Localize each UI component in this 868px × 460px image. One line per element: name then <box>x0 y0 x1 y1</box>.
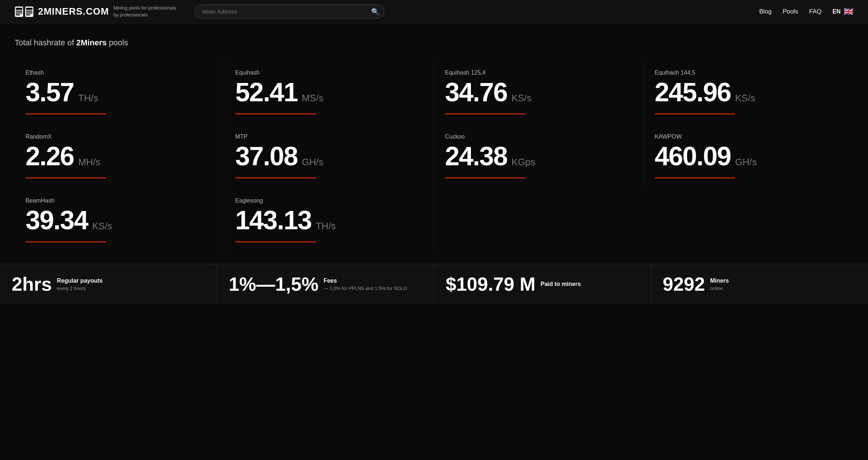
footer-desc: Paid to miners <box>541 281 581 287</box>
algo-name: Equihash 144,5 <box>655 69 842 76</box>
hashrate-unit: MS/s <box>302 93 323 104</box>
footer-big-value: $109.79 M <box>446 275 536 294</box>
page-title: Total hashrate of 2Miners pools <box>15 38 853 48</box>
red-divider <box>655 113 735 114</box>
hashrate-value-row: 52.41 MS/s <box>235 79 423 105</box>
hashrate-number: 2.26 <box>26 143 74 169</box>
hashrate-number: 460.09 <box>655 143 731 169</box>
algo-name: Cuckoo <box>445 133 632 140</box>
hashrate-unit: MH/s <box>78 157 100 168</box>
hashrate-number: 3.57 <box>26 79 74 105</box>
algo-name: KAWPOW <box>655 133 842 140</box>
footer-desc-main: Miners <box>710 278 729 284</box>
svg-rect-4 <box>16 14 20 15</box>
footer-desc: Fees — 1,0% for PPLNS and 1,5% for SOLO <box>324 278 407 291</box>
hashrate-unit: KS/s <box>511 93 532 104</box>
footer-big-value: 1%—1,5% <box>229 275 319 294</box>
lang-selector[interactable]: EN 🇬🇧 <box>833 7 853 16</box>
algo-name: Equihash 125,4 <box>445 69 632 76</box>
footer-desc: Regular payouts every 2 hours <box>57 278 103 291</box>
footer-big-value: 2hrs <box>12 275 52 294</box>
footer-desc-sub: every 2 hours <box>57 286 103 291</box>
hashrate-number: 37.08 <box>235 143 297 169</box>
hashrate-cell: Cuckoo 24.38 KGps <box>434 125 644 189</box>
footer-big-value: 9292 <box>663 275 705 294</box>
footer-desc-main: Regular payouts <box>57 278 103 284</box>
red-divider <box>235 113 316 114</box>
site-header: 2MINERS.COM Mining pools for professiona… <box>0 0 868 23</box>
main-content: Total hashrate of 2Miners pools Ethash 3… <box>0 23 868 253</box>
hashrate-cell: BeamHash 39.34 KS/s <box>15 189 224 253</box>
hashrate-unit: KS/s <box>92 220 112 232</box>
svg-rect-3 <box>16 12 22 14</box>
red-divider <box>235 241 316 242</box>
red-divider <box>655 177 735 178</box>
algo-name: RandomX <box>26 133 213 140</box>
logo-area: 2MINERS.COM Mining pools for professiona… <box>15 5 176 18</box>
red-divider <box>445 177 525 178</box>
hashrate-cell-empty <box>434 189 644 253</box>
search-input[interactable] <box>194 4 384 19</box>
hashrate-unit: KGps <box>511 157 535 168</box>
hashrate-value-row: 143.13 TH/s <box>235 207 423 233</box>
footer-cell: 2hrs Regular payouts every 2 hours <box>0 264 217 304</box>
footer-desc-sub: online <box>710 286 729 291</box>
hashrate-number: 143.13 <box>235 207 311 233</box>
logo-text: 2MINERS.COM <box>38 6 109 17</box>
hashrate-cell: KAWPOW 460.09 GH/s <box>644 125 853 189</box>
svg-rect-2 <box>16 11 22 12</box>
nav-faq[interactable]: FAQ <box>809 8 822 15</box>
hashrate-cell: Equihash 144,5 245.96 KS/s <box>644 61 853 125</box>
tagline: Mining pools for professionals by profes… <box>113 5 176 18</box>
hashrate-cell: MTP 37.08 GH/s <box>224 125 434 189</box>
hashrate-cell: Equihash 52.41 MS/s <box>224 61 434 125</box>
footer-desc-sub: — 1,0% for PPLNS and 1,5% for SOLO <box>324 286 407 291</box>
hashrate-value-row: 2.26 MH/s <box>26 143 213 169</box>
logo-icon <box>15 5 34 18</box>
hashrate-value-row: 39.34 KS/s <box>26 207 213 233</box>
hashrate-unit: TH/s <box>78 93 98 104</box>
main-nav: Blog Pools FAQ EN 🇬🇧 <box>759 7 853 16</box>
flag-icon: 🇬🇧 <box>844 7 853 16</box>
footer-cell: 1%—1,5% Fees — 1,0% for PPLNS and 1,5% f… <box>217 264 434 304</box>
lang-label: EN <box>833 8 841 15</box>
svg-rect-1 <box>16 8 22 10</box>
hashrate-value-row: 245.96 KS/s <box>655 79 842 105</box>
hashrate-cell: Ethash 3.57 TH/s <box>15 61 224 125</box>
hashrate-cell: RandomX 2.26 MH/s <box>15 125 224 189</box>
red-divider <box>26 241 106 242</box>
hashrate-value-row: 34.76 KS/s <box>445 79 632 105</box>
hashrate-unit: GH/s <box>735 157 757 168</box>
hashrate-number: 245.96 <box>655 79 731 105</box>
red-divider <box>26 113 106 114</box>
hashrate-cell: Eaglesong 143.13 TH/s <box>224 189 434 253</box>
algo-name: MTP <box>235 133 423 140</box>
hashrate-number: 24.38 <box>445 143 507 169</box>
hashrate-number: 52.41 <box>235 79 297 105</box>
algo-name: Ethash <box>26 69 213 76</box>
hashrate-cell: Equihash 125,4 34.76 KS/s <box>434 61 644 125</box>
search-bar[interactable]: 🔍 <box>194 4 384 19</box>
hashrate-unit: TH/s <box>316 220 336 232</box>
red-divider <box>235 177 316 178</box>
hashrate-cell-empty <box>644 189 853 253</box>
footer-cell: $109.79 M Paid to miners <box>434 264 651 304</box>
footer-desc-main: Fees <box>324 278 407 284</box>
algo-name: BeamHash <box>26 197 213 204</box>
footer-desc-main: Paid to miners <box>541 281 581 287</box>
search-button[interactable]: 🔍 <box>371 8 379 16</box>
hashrate-number: 34.76 <box>445 79 507 105</box>
footer-bar: 2hrs Regular payouts every 2 hours 1%—1,… <box>0 264 868 304</box>
svg-rect-8 <box>26 12 33 14</box>
hashrate-value-row: 460.09 GH/s <box>655 143 842 169</box>
red-divider <box>445 113 525 114</box>
hashrate-grid: Ethash 3.57 TH/s Equihash 52.41 MS/s Equ… <box>15 61 853 253</box>
hashrate-unit: KS/s <box>735 93 755 104</box>
hashrate-value-row: 37.08 GH/s <box>235 143 423 169</box>
svg-rect-7 <box>26 11 33 12</box>
svg-rect-6 <box>26 8 33 10</box>
nav-pools[interactable]: Pools <box>783 8 798 15</box>
nav-blog[interactable]: Blog <box>759 8 772 15</box>
svg-rect-9 <box>26 14 30 15</box>
footer-desc: Miners online <box>710 278 729 291</box>
